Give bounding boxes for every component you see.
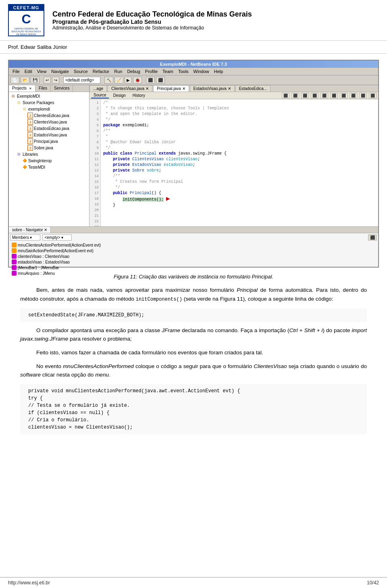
subtab-history[interactable]: History [130, 93, 148, 98]
netbeans-menubar: File Edit View Navigate Source Refactor … [9, 68, 378, 75]
program-name: Programa de Pós-graduação Lato Sensu [52, 19, 379, 25]
page-footer: http://www.esj.eti.br 10/42 [0, 577, 387, 588]
editor-toolbar-btn3[interactable]: ⬛ [301, 93, 309, 98]
library-icon: ⊟ [16, 151, 22, 157]
code-ref-initcomponents: initComponents() [136, 297, 182, 302]
menu-view[interactable]: View [35, 69, 49, 74]
nav-item-mnuclientes[interactable]: mnuClientesActionPerformed(ActionEvent e… [11, 242, 376, 248]
java-icon: J [27, 132, 33, 138]
logo-letter: C [21, 12, 31, 27]
navigator-empty-dropdown[interactable]: <empty> ▾ [42, 234, 72, 241]
lib-icon: 🔶 [22, 158, 27, 163]
navigator-members-dropdown[interactable]: Members ▾ [10, 234, 40, 241]
menu-refactor[interactable]: Refactor [91, 69, 112, 74]
tree-item-estadosedicao[interactable]: J EstadosEdicao.java [10, 125, 88, 132]
toolbar-debug-run[interactable]: 🐞 [133, 77, 142, 84]
tree-item-principal[interactable]: J Principal.java [10, 138, 88, 144]
menu-source[interactable]: Source [72, 69, 90, 74]
tree-item-exemplomdi-pkg[interactable]: ⊟ exemplomdi [10, 106, 88, 112]
institution-info: Centro Federal de Educação Tecnológica d… [52, 10, 379, 31]
tree-item-clientesedicao[interactable]: J ClientesEdicao.java [10, 112, 88, 119]
tab-services[interactable]: Services [51, 85, 73, 92]
nav-item-mnusair[interactable]: mnuSairActionPerformed(ActionEvent evt) [11, 248, 376, 253]
editor-toolbar-btn5[interactable]: ⬛ [320, 93, 328, 98]
netbeans-left-panel: Projects ✕ Files Services ⊟ ExemploMDI ⊟… [9, 85, 89, 226]
toolbar-config-dropdown[interactable]: <default config> [63, 77, 100, 84]
menu-navigate[interactable]: Navigate [49, 69, 71, 74]
menu-edit[interactable]: Edit [23, 69, 34, 74]
menu-window[interactable]: Window [191, 69, 211, 74]
navigator-panel: sobre - Navigator ✕ Members ▾ <empty> ▾ … [9, 226, 378, 267]
code-content: /* * To change this template, choose Too… [101, 99, 378, 226]
line-numbers: 12345 678910 1112131415 1617181920 21222… [89, 99, 101, 226]
toolbar-undo[interactable]: ↩ [44, 77, 51, 84]
menu-run[interactable]: Run [112, 69, 124, 74]
editor-toolbar-btn10[interactable]: ⬛ [369, 93, 377, 98]
editor-tab-age[interactable]: ...age [89, 85, 107, 92]
main-content-2: O compilador apontará uma exceção para a… [0, 326, 387, 379]
paragraph-1: Bem, antes de mais nada, vamos aproveita… [20, 286, 367, 303]
package-icon: ⊟ [22, 106, 27, 112]
toolbar-save[interactable]: 💾 [31, 77, 40, 84]
editor-toolbar-btn6[interactable]: ⬛ [330, 93, 338, 98]
menu-help[interactable]: Help [212, 69, 225, 74]
netbeans-titlebar: ExemploMDI - NetBeans IDE 7.3 [9, 61, 378, 68]
toolbar-open[interactable]: 📂 [21, 77, 29, 84]
nav-item-mnuarquivo[interactable]: mnuArquivo : JMenu [11, 270, 376, 276]
toolbar-new[interactable]: 📄 [10, 77, 19, 84]
editor-toolbar-btn1[interactable]: ⬛ [282, 93, 289, 98]
toolbar-clean[interactable]: 🧹 [114, 77, 123, 84]
editor-tab-estadosvisao[interactable]: EstadosVisao.java ✕ [190, 85, 235, 92]
lib-icon: 🔶 [22, 164, 27, 170]
tree-item-libraries[interactable]: ⊟ Libraries [10, 151, 88, 157]
toolbar-misc2[interactable]: ⬛ [156, 77, 165, 84]
editor-toolbar-btn9[interactable]: ⬛ [359, 93, 367, 98]
tree-item-estadosvisao[interactable]: J EstadosVisao.java [10, 132, 88, 138]
toolbar-misc1[interactable]: ⬛ [146, 77, 155, 84]
toolbar-run[interactable]: ▶ [125, 77, 132, 84]
tab-files[interactable]: Files [35, 85, 51, 92]
java-icon: J [27, 113, 33, 118]
netbeans-screenshot: ExemploMDI - NetBeans IDE 7.3 File Edit … [8, 60, 379, 268]
navigator-btn1[interactable]: ⬛ [368, 234, 377, 241]
java-icon: J [27, 138, 33, 144]
tree-item-testemdi[interactable]: 🔶 TesteMDI [10, 164, 88, 170]
menu-tools[interactable]: Tools [176, 69, 191, 74]
project-tree: ⊟ ExemploMDI ⊟ Source Packages ⊟ exemplo… [9, 92, 89, 226]
subtab-source[interactable]: Source [91, 92, 109, 98]
nav-item-estadosvisao[interactable]: estadosVisao : EstadosVisao [11, 259, 376, 265]
netbeans-editor-panel: ...age ClientesVisao.java ✕ Principal.ja… [89, 85, 378, 226]
tree-item-sobre[interactable]: J Sobre.java [10, 144, 88, 151]
editor-toolbar-btn2[interactable]: ⬛ [291, 93, 299, 98]
editor-toolbar-btn8[interactable]: ⬛ [350, 93, 357, 98]
toolbar-build[interactable]: 🔨 [104, 77, 113, 84]
nav-item-clientesvisao[interactable]: clientesVisao : ClientesVisao [11, 253, 376, 259]
editor-toolbar-btn7[interactable]: ⬛ [340, 93, 347, 98]
navigator-tabs: sobre - Navigator ✕ [9, 227, 378, 233]
navigator-content: Members ▾ <empty> ▾ ⬛ mnuClientesActionP… [9, 233, 378, 278]
navigator-list: mnuClientesActionPerformed(ActionEvent e… [10, 241, 377, 277]
editor-tab-estadosedicao[interactable]: EstadosEdica... [235, 85, 270, 92]
editor-tab-principal[interactable]: Principal.java ✕ [153, 85, 189, 92]
menu-debug[interactable]: Debug [125, 69, 142, 74]
tab-navigator[interactable]: sobre - Navigator ✕ [9, 227, 51, 233]
menu-profile[interactable]: Profile [143, 69, 160, 74]
subtab-design[interactable]: Design [111, 93, 128, 98]
editor-toolbar-btn4[interactable]: ⬛ [311, 93, 318, 98]
tree-item-source-packages[interactable]: ⊟ Source Packages [10, 99, 88, 106]
editor-tab-clientesvisao[interactable]: ClientesVisao.java ✕ [108, 85, 152, 92]
menu-team[interactable]: Team [160, 69, 175, 74]
tree-item-swinginterop[interactable]: 🔶 SwingInterop [10, 157, 88, 164]
tree-item-clientesvisao[interactable]: J ClientesVisao.java [10, 119, 88, 125]
footer-url[interactable]: http://www.esj.eti.br [8, 580, 50, 586]
folder-icon: ⊟ [16, 100, 22, 105]
toolbar-redo[interactable]: ↪ [52, 77, 59, 84]
menu-file[interactable]: File [10, 69, 22, 74]
tab-projects[interactable]: Projects ✕ [9, 85, 35, 92]
java-icon: J [27, 145, 33, 151]
method-icon [12, 243, 17, 247]
nav-item-jmenubar[interactable]: jMenuBar1 : JMenuBar [11, 265, 376, 270]
code-editor[interactable]: 12345 678910 1112131415 1617181920 21222… [89, 99, 378, 226]
tree-item-exemplomdi[interactable]: ⊟ ExemploMDI [10, 93, 88, 99]
logo-full-name: CENTRO FEDERAL DEEDUCAÇÃO TECNOLÓGICADE … [11, 27, 42, 36]
